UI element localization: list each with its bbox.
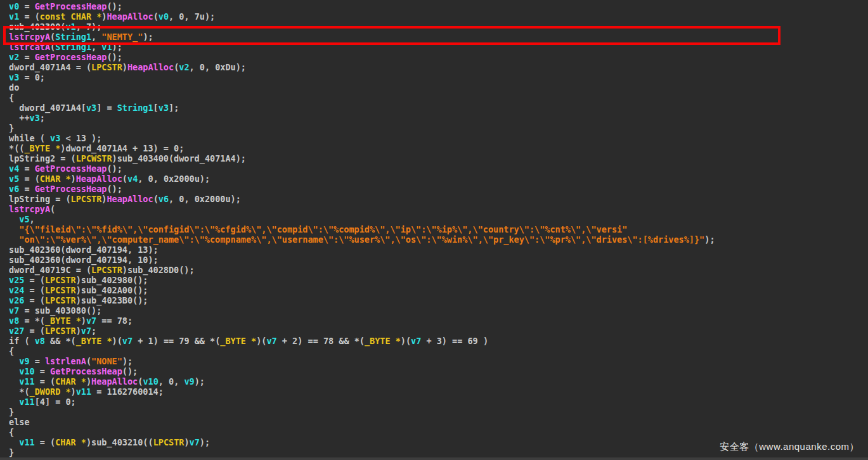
code-token: , 0, 7u); (169, 11, 215, 22)
code-line[interactable]: v0 = GetProcessHeap(); (9, 1, 715, 11)
code-line[interactable]: "on\":\"%ver%\",\"computer_name\":\"%com… (9, 234, 715, 245)
code-token: LPCSTR (91, 265, 122, 275)
code-token: v0 (9, 1, 19, 11)
code-line[interactable]: lstrcpyA( (9, 204, 715, 214)
decompiler-code[interactable]: v0 = GetProcessHeap();v1 = (const CHAR *… (9, 1, 715, 457)
code-line[interactable]: "{\"fileid\":\"%fid%\",\"configid\":\"%c… (9, 224, 715, 234)
code-token: = (19, 52, 34, 62)
code-token: "on\":\"%ver%\",\"computer_name\":\"%com… (19, 234, 704, 245)
code-line[interactable]: v2 = GetProcessHeap(); (9, 52, 715, 62)
code-line[interactable]: dword_4071A4[v3] = String1[v3]; (9, 103, 715, 113)
code-token: LPCWSTR (76, 153, 112, 163)
code-token: LPCSTR (71, 194, 102, 204)
code-line[interactable]: lstrcpyA(String1, "NEMTY_"); (9, 32, 715, 42)
code-token: = (19, 1, 34, 11)
code-line[interactable]: v27 = (LPCSTR)v7; (9, 326, 715, 336)
code-line[interactable]: v4 = GetProcessHeap(); (9, 163, 715, 174)
code-token: HeapAlloc (91, 376, 138, 387)
code-token: = 0; (19, 72, 45, 82)
code-line[interactable]: v8 = *(_BYTE *)v7 == 78; (9, 316, 715, 326)
code-line[interactable]: v9 = lstrlenA("NONE"); (9, 356, 715, 366)
code-token: = (19, 184, 34, 194)
code-token: v3 (30, 113, 40, 123)
code-line[interactable]: v5, (9, 214, 715, 224)
code-token: ); (200, 437, 210, 447)
code-token: v9 (184, 376, 194, 387)
code-token: = ( (35, 376, 56, 387)
code-line[interactable]: if ( v8 && *(_BYTE *)(v7 + 1) == 79 && *… (9, 336, 715, 346)
code-line[interactable]: v11 = (CHAR *)HeapAlloc(v10, 0, v9); (9, 376, 715, 387)
code-token: = ( (24, 326, 45, 336)
code-token: = sub_403080(); (19, 305, 101, 316)
code-line[interactable]: lstrcatA(String1, v1); (9, 42, 715, 52)
code-token (9, 376, 19, 387)
code-token: + 1) == 79 && *( (133, 336, 220, 346)
code-token: { (9, 93, 14, 103)
code-line[interactable]: } (9, 447, 715, 457)
code-token: (); (122, 366, 138, 376)
code-token: (); (107, 163, 122, 174)
code-token: ); (122, 356, 133, 366)
code-line[interactable]: v24 = (LPCSTR)sub_402A00(); (9, 285, 715, 295)
code-token: v11 (19, 376, 34, 387)
code-token: ]; (169, 103, 179, 113)
code-line[interactable]: v3 = 0; (9, 72, 715, 82)
code-line[interactable]: *(_DWORD *)v11 = 1162760014; (9, 387, 715, 397)
code-line[interactable]: do (9, 82, 715, 93)
code-token: = (35, 366, 50, 376)
code-token: v8 (35, 336, 45, 346)
code-token: )sub_403210(( (86, 437, 153, 447)
code-line[interactable]: v26 = (LPCSTR)sub_4023B0(); (9, 295, 715, 305)
code-line[interactable]: v6 = GetProcessHeap(); (9, 184, 715, 194)
code-line[interactable]: v5 = (CHAR *)HeapAlloc(v4, 0, 0x2000u); (9, 174, 715, 184)
code-line[interactable]: { (9, 427, 715, 437)
code-token: , (91, 32, 101, 42)
code-line[interactable]: lpString = (LPCSTR)HeapAlloc(v6, 0, 0x20… (9, 194, 715, 204)
code-token: else (9, 417, 30, 427)
code-token: v25 (9, 275, 24, 285)
code-token: = ( (24, 295, 45, 305)
code-line[interactable]: } (9, 123, 715, 133)
code-token: v7 (190, 437, 200, 447)
code-line[interactable]: v7 = sub_403080(); (9, 305, 715, 316)
code-token: GetProcessHeap (50, 366, 122, 376)
code-line[interactable]: { (9, 93, 715, 103)
code-line[interactable]: dword_40719C = (LPCSTR)sub_4028D0(); (9, 265, 715, 275)
code-token: ++ (9, 113, 30, 123)
code-token: "NEMTY_" (101, 32, 143, 42)
code-line[interactable]: { (9, 346, 715, 356)
code-line[interactable]: v11[4] = 0; (9, 397, 715, 407)
code-token: (); (107, 1, 122, 11)
code-line[interactable]: ++v3; (9, 113, 715, 123)
code-token: )sub_402980(); (76, 275, 148, 285)
code-token: = ( (24, 275, 45, 285)
code-token: + 2) == 78 && *( (277, 336, 365, 346)
code-line[interactable]: v10 = GetProcessHeap(); (9, 366, 715, 376)
code-line[interactable]: v25 = (LPCSTR)sub_402980(); (9, 275, 715, 285)
code-token (9, 356, 19, 366)
code-line[interactable]: } (9, 407, 715, 417)
code-token: )dword_4071A4 + 13) = 0; (60, 143, 184, 153)
code-line[interactable]: sub_402300(v1, 7); (9, 22, 715, 32)
code-line[interactable]: dword_4071A4 = (LPCSTR)HeapAlloc(v2, 0, … (9, 62, 715, 72)
code-token: )sub_4023B0(); (76, 295, 148, 305)
code-line[interactable]: lpString2 = (LPCWSTR)sub_403400(dword_40… (9, 153, 715, 163)
code-line[interactable]: v1 = (const CHAR *)HeapAlloc(v0, 0, 7u); (9, 11, 715, 22)
code-token: String1 (55, 42, 91, 52)
code-line[interactable]: sub_402360(dword_407194, 13); (9, 245, 715, 255)
code-token: _BYTE * (76, 336, 112, 346)
code-line[interactable]: v11 = (CHAR *)sub_403210((LPCSTR)v7); (9, 437, 715, 447)
code-token: ( (153, 194, 159, 204)
code-line[interactable]: *((_BYTE *)dword_4071A4 + 13) = 0; (9, 143, 715, 153)
code-line[interactable]: else (9, 417, 715, 427)
code-token: v2 (179, 62, 189, 72)
code-token: CHAR * (55, 437, 86, 447)
code-token: v7 (9, 305, 19, 316)
code-token: && *( (45, 336, 76, 346)
code-token: LPCSTR (45, 326, 76, 336)
code-line[interactable]: sub_402360(dword_407194, 10); (9, 255, 715, 265)
code-line[interactable]: while ( v3 < 13 ); (9, 133, 715, 143)
code-token: v3 (86, 103, 96, 113)
code-token: _BYTE * (45, 316, 81, 326)
code-token: ) (71, 387, 76, 397)
